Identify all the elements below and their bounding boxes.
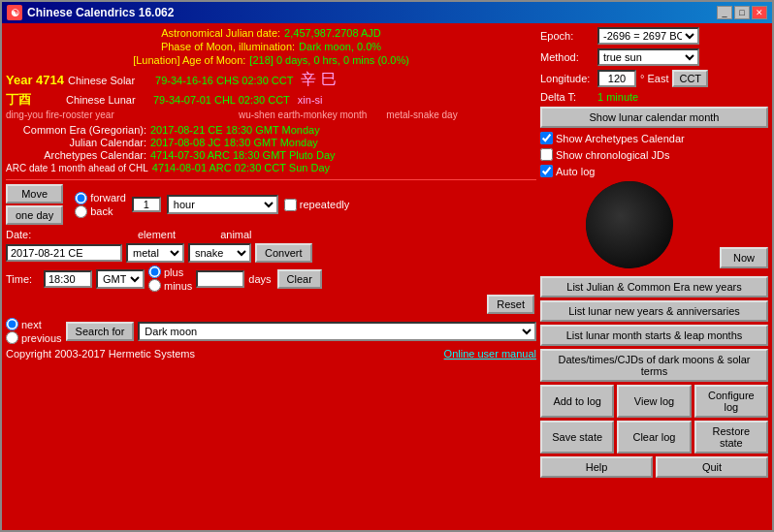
moon-now-row: Now [540, 181, 768, 268]
back-radio-label[interactable]: back [75, 205, 126, 218]
plus-radio-label[interactable]: plus [148, 266, 192, 278]
time-input[interactable] [44, 270, 92, 288]
sub2: wu-shen earth-monkey month [239, 110, 367, 120]
chronological-check-text: Show chronological JDs [556, 149, 669, 161]
chronological-check-label[interactable]: Show chronological JDs [540, 148, 768, 161]
gregorian-value: 2017-08-21 CE 18:30 GMT Monday [150, 124, 320, 136]
moon-label: Phase of Moon, illumination: [161, 41, 295, 52]
forward-label: forward [90, 192, 126, 203]
back-label: back [90, 205, 113, 217]
animal-label: animal [220, 229, 251, 240]
move-spin[interactable] [132, 197, 161, 212]
prev-radio-label[interactable]: previous [6, 331, 62, 344]
julian-label: Julian Calendar: [6, 137, 146, 148]
next-radio[interactable] [6, 318, 18, 330]
prev-radio[interactable] [6, 331, 18, 344]
repeatedly-check[interactable] [284, 199, 297, 211]
view-log-button[interactable]: View log [617, 385, 691, 418]
manual-link[interactable]: Online user manual [444, 348, 536, 360]
archetypes-check-label[interactable]: Show Archetypes Calendar [540, 132, 768, 144]
dates-dark-button[interactable]: Dates/times/CJDs of dark moons & solar t… [540, 349, 768, 382]
method-select[interactable]: true sun mean sun [597, 48, 699, 66]
list-lunar-month-button[interactable]: List lunar month starts & leap months [540, 325, 768, 346]
now-button[interactable]: Now [720, 247, 768, 268]
minus-radio-label[interactable]: minus [148, 279, 192, 292]
move-button[interactable]: Move [6, 184, 63, 203]
element-select[interactable]: metal wood water fire earth [126, 243, 184, 263]
quit-button[interactable]: Quit [656, 456, 768, 478]
moon-display [586, 181, 673, 268]
east-label: ° East [640, 73, 668, 84]
autolog-checkbox[interactable] [540, 165, 553, 177]
copyright-row: Copyright 2003-2017 Hermetic Systems Onl… [6, 348, 536, 360]
cct-button[interactable]: CCT [672, 70, 708, 87]
delta-value: 1 minute [597, 91, 638, 103]
add-log-button[interactable]: Add to log [540, 385, 614, 418]
lunar-row: 丁酉 Chinese Lunar 79-34-07-01 CHL 02:30 C… [6, 91, 536, 109]
next-radio-label[interactable]: next [6, 318, 62, 330]
method-row: Method: true sun mean sun [540, 48, 768, 66]
copyright-text: Copyright 2003-2017 Hermetic Systems [6, 348, 195, 360]
reset-button[interactable]: Reset [487, 295, 534, 314]
plus-text: plus [164, 266, 183, 278]
configure-log-button[interactable]: Configure log [694, 385, 768, 418]
forward-radio-label[interactable]: forward [75, 192, 126, 204]
maximize-button[interactable]: □ [734, 6, 750, 19]
move-row: Move one day forward back [6, 184, 536, 225]
state-row: Save state Clear log Restore state [540, 421, 768, 454]
epoch-select[interactable]: -2696 = 2697 BC -2637 = 2638 BC [597, 27, 699, 45]
minimize-button[interactable]: _ [717, 6, 732, 19]
plus-radio[interactable] [148, 266, 161, 278]
lunation-label: [Lunation] Age of Moon: [133, 54, 245, 66]
left-panel: Astronomical Julian date: 2,457,987.2708… [6, 27, 536, 526]
plus-minus-group: plus minus [148, 266, 192, 292]
close-button[interactable]: ✕ [752, 6, 767, 19]
prev-label: previous [21, 332, 62, 344]
timezone-select[interactable]: GMT CCT [96, 269, 145, 289]
date-input-row: metal wood water fire earth snake rat ox… [6, 243, 536, 263]
element-label: element [138, 229, 176, 240]
sub-label-row: ding-you fire-rooster year wu-shen earth… [6, 110, 536, 120]
save-state-button[interactable]: Save state [540, 421, 614, 454]
show-lunar-button[interactable]: Show lunar calendar month [540, 107, 768, 128]
moon-value: Dark moon, 0.0% [299, 41, 381, 52]
solar-chinese: 辛 巳 [301, 70, 336, 90]
archetypes-checkbox[interactable] [540, 132, 553, 144]
convert-button[interactable]: Convert [255, 243, 312, 263]
list-julian-button[interactable]: List Julian & Common Era new years [540, 276, 768, 297]
date-labels-row: Date: element animal [6, 229, 536, 240]
one-day-button[interactable]: one day [6, 205, 63, 225]
window-title: Chinese Calendrics 16.062 [27, 6, 174, 19]
right-panel: Epoch: -2696 = 2697 BC -2637 = 2638 BC M… [540, 27, 768, 526]
reset-row: Reset [6, 295, 536, 314]
back-radio[interactable] [75, 205, 87, 218]
search-type-select[interactable]: Dark moon Full moon Solar term New Year [138, 322, 536, 341]
arc-chl-label: ARC date 1 month ahead of CHL [6, 163, 148, 173]
autolog-check-text: Auto log [556, 166, 595, 177]
list-lunar-ny-button[interactable]: List lunar new years & anniversaries [540, 300, 768, 322]
minus-radio[interactable] [148, 279, 161, 292]
restore-state-button[interactable]: Restore state [694, 421, 768, 454]
clear-log-button[interactable]: Clear log [617, 421, 691, 454]
date-input[interactable] [6, 244, 122, 262]
direction-radio-group: forward back [75, 192, 126, 218]
longitude-input[interactable] [597, 70, 636, 87]
sub3: metal-snake day [386, 110, 457, 120]
main-window: ☯ Chinese Calendrics 16.062 _ □ ✕ Astron… [0, 0, 774, 532]
autolog-check-label[interactable]: Auto log [540, 165, 768, 177]
animal-select[interactable]: snake rat ox tiger rabbit [188, 243, 251, 263]
archetypes-check-text: Show Archetypes Calendar [556, 133, 685, 144]
search-button[interactable]: Search for [66, 322, 135, 341]
help-quit-row: Help Quit [540, 456, 768, 478]
chronological-checkbox[interactable] [540, 148, 553, 161]
days-input[interactable] [196, 270, 244, 288]
clear-button[interactable]: Clear [277, 269, 322, 289]
help-button[interactable]: Help [540, 456, 653, 478]
repeatedly-label[interactable]: repeatedly [284, 199, 349, 211]
date-label: Date: [6, 229, 40, 240]
time-unit-select[interactable]: hour day week month year [167, 195, 278, 214]
epoch-row: Epoch: -2696 = 2697 BC -2637 = 2638 BC [540, 27, 768, 45]
minus-text: minus [164, 280, 192, 292]
solar-type-label: Chinese Solar [68, 75, 155, 86]
forward-radio[interactable] [75, 192, 87, 204]
